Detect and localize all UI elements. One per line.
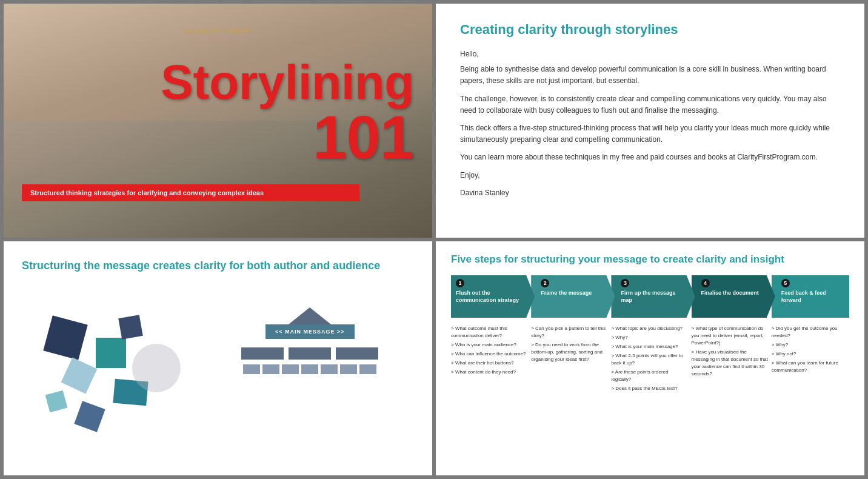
slide-title: CLARITY FIRST Storylining 101 Structured… [4, 4, 432, 238]
title-line2: 101 [161, 107, 414, 167]
bullet-item: > What content do they need? [451, 369, 529, 376]
main-message-label: << MAIN MESSAGE >> [275, 329, 345, 335]
diagram-area: << MAIN MESSAGE >> [22, 284, 414, 463]
bullet-item: > Did you get the outcome you needed? [772, 325, 849, 340]
bullet-item: > What are their hot buttons? [451, 360, 529, 367]
step-label-3: Firm up the message map [621, 290, 684, 304]
step-label-2: Frame the message [541, 290, 604, 297]
author: Davina Stanley [460, 187, 840, 199]
shape-circle [132, 344, 181, 392]
tree-sm-1 [243, 364, 260, 374]
bullet-item: > What can you learn for future communic… [772, 360, 849, 374]
bullet-item: > Does it pass the MECE test? [611, 385, 689, 392]
enjoy: Enjoy, [460, 170, 840, 181]
bullet-item: > Are these points ordered logically? [611, 369, 689, 383]
bullet-item: > What outcome must this communication d… [451, 325, 529, 340]
bullet-item: > Have you visualised the messaging in t… [692, 349, 769, 378]
slide3-title: Structuring the message creates clarity … [22, 260, 414, 272]
step-arrow-2: 2 Frame the message [531, 275, 609, 318]
tree-level2 [243, 364, 376, 374]
step-num-5: 5 [781, 279, 790, 287]
step-label-5: Feed back & feed forward [781, 290, 844, 304]
slide3-title-plain: Structuring the message [22, 260, 153, 272]
tree-sm-6 [340, 364, 357, 374]
step-label-4: Finalise the document [701, 290, 764, 297]
tree-sm-7 [359, 364, 376, 374]
shape-teal-sq [96, 338, 126, 368]
bullet-item: > What 2-5 points will you offer to back… [611, 352, 689, 367]
bullet-item: > Do you need to work from the bottom-up… [531, 341, 609, 363]
shape-blue-diag [74, 401, 105, 432]
slide-five-steps: Five steps for structuring your message … [436, 241, 864, 475]
greeting: Hello, [460, 49, 840, 60]
bullet-item: > What is your main message? [611, 343, 689, 350]
step-num-1: 1 [456, 279, 464, 287]
para3: This deck offers a five-step structured-… [460, 122, 840, 146]
step-num-2: 2 [541, 279, 549, 287]
step-arrow-1: 1 Flush out the communication strategy [451, 275, 529, 318]
bullet-item: > Why? [611, 334, 689, 341]
slide4-title-plain: Five steps for structuring your message … [451, 253, 663, 265]
bullet-item: > Who is your main audience? [451, 341, 529, 349]
tree-sm-3 [282, 364, 299, 374]
tree-level1 [241, 347, 378, 360]
bullet-item: > Why? [772, 341, 849, 349]
clarity-first-label: CLARITY FIRST [4, 28, 432, 35]
tree-box-2 [289, 347, 331, 360]
tree-diagram: << MAIN MESSAGE >> [213, 307, 407, 441]
shape-lightblue [61, 357, 97, 394]
slide3-title-colored: creates clarity for both author and audi… [153, 260, 380, 272]
tree-sm-4 [301, 364, 318, 374]
tree-arrow-top [289, 307, 331, 324]
para1: Being able to synthesise data and develo… [460, 64, 840, 87]
step-num-4: 4 [701, 279, 710, 287]
step-detail-5: > Did you get the outcome you needed?> W… [772, 325, 849, 463]
slide2-title: Creating clarity through storylines [460, 22, 840, 38]
main-title: Storylining 101 [161, 58, 414, 167]
tree-sm-2 [262, 364, 279, 374]
slide-clarity: Creating clarity through storylines Hell… [436, 4, 864, 238]
shape-navy [118, 315, 143, 340]
main-message-box: << MAIN MESSAGE >> [265, 324, 355, 339]
step-arrow-3: 3 Firm up the message map [611, 275, 689, 318]
shape-diamond-dark [43, 315, 87, 360]
subtitle-bar: Structured thinking strategies for clari… [22, 184, 359, 201]
subtitle-text: Structured thinking strategies for clari… [30, 189, 264, 196]
step-detail-2: > Can you pick a pattern to tell this st… [531, 325, 609, 463]
para4: You can learn more about these technique… [460, 152, 840, 163]
slide-structuring: Structuring the message creates clarity … [4, 241, 432, 475]
shapes-cluster [29, 307, 199, 441]
tree-sm-5 [321, 364, 338, 374]
tree-box-1 [241, 347, 284, 360]
steps-arrows-row: 1 Flush out the communication strategy 2… [451, 275, 849, 318]
slide4-title-colored: create clarity and insight [663, 253, 784, 265]
step-detail-1: > What outcome must this communication d… [451, 325, 529, 463]
bullet-item: > What type of communication do you need… [692, 325, 769, 347]
step-label-1: Flush out the communication strategy [456, 290, 524, 304]
tree-box-3 [336, 347, 378, 360]
step-detail-3: > What topic are you discussing?> Why?> … [611, 325, 689, 463]
slide2-body: Hello, Being able to synthesise data and… [460, 49, 840, 205]
step-arrow-4: 4 Finalise the document [692, 275, 769, 318]
step-detail-4: > What type of communication do you need… [692, 325, 769, 463]
slide4-title: Five steps for structuring your message … [451, 253, 849, 266]
shape-lteal-sm [45, 390, 67, 412]
bullet-item: > Can you pick a pattern to tell this st… [531, 325, 609, 340]
bullet-item: > What topic are you discussing? [611, 325, 689, 332]
para2: The challenge, however, is to consistent… [460, 93, 840, 116]
steps-content-row: > What outcome must this communication d… [451, 325, 849, 463]
step-num-3: 3 [621, 279, 629, 287]
title-line1: Storylining [161, 58, 414, 107]
bullet-item: > Why not? [772, 350, 849, 358]
step-arrow-5: 5 Feed back & feed forward [772, 275, 849, 318]
bullet-item: > Who can influence the outcome? [451, 350, 529, 358]
